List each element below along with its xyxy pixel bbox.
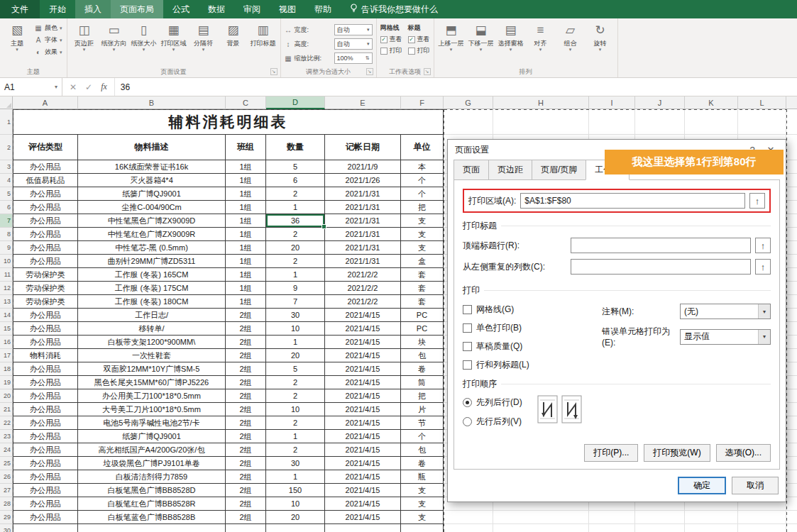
cell-B13[interactable]: 工作服 (冬装) 180CM: [78, 295, 226, 309]
column-header-I[interactable]: I: [589, 96, 635, 109]
cell-D8[interactable]: 2: [266, 228, 325, 241]
cell-C21[interactable]: 2组: [226, 403, 266, 416]
cell-A18[interactable]: 办公用品: [13, 362, 78, 376]
print-order-option-1[interactable]: 先行后列(V): [463, 416, 522, 428]
cell-C5[interactable]: 1组: [226, 187, 266, 201]
cell-C11[interactable]: 1组: [226, 268, 266, 282]
cell-D11[interactable]: 1: [266, 268, 325, 282]
cell-B8[interactable]: 中性笔红色广博ZX9009R: [78, 228, 226, 241]
cell-D25[interactable]: 30: [266, 457, 325, 470]
cell-B27[interactable]: 白板笔黑色广博BB8528D: [78, 484, 226, 497]
cancel-entry-icon[interactable]: ✕: [70, 82, 77, 92]
cell-E7[interactable]: 2021/1/31: [325, 214, 401, 228]
cell-C22[interactable]: 2组: [226, 416, 266, 430]
gridlines-view-checkbox[interactable]: ✓查看: [380, 35, 402, 44]
row-header-21[interactable]: 21: [0, 403, 13, 416]
cell-F17[interactable]: 包: [401, 349, 444, 362]
column-header-B[interactable]: B: [78, 96, 226, 109]
print-button[interactable]: 打印(P)...: [584, 444, 638, 462]
cell-B19[interactable]: 黑色长尾夹15MM*60广博PJ5226: [78, 376, 226, 389]
row-header-28[interactable]: 28: [0, 497, 13, 511]
cell-B4[interactable]: 灭火器箱4*4: [78, 174, 226, 187]
print-checkbox-row-2[interactable]: 草稿质量(Q): [463, 340, 602, 353]
cell-F19[interactable]: 筒: [401, 376, 444, 389]
cell-F7[interactable]: 支: [401, 214, 444, 228]
print-preview-button[interactable]: 打印预览(W): [644, 444, 710, 462]
cell-A30[interactable]: [13, 524, 78, 532]
print-order-option-0[interactable]: 先列后行(D): [463, 397, 522, 409]
cell-B18[interactable]: 双面胶12MM*10Y广博SM-5: [78, 362, 226, 376]
row-header-12[interactable]: 12: [0, 282, 13, 295]
cell-D7[interactable]: 36: [266, 214, 325, 228]
checkbox-unchecked-icon[interactable]: [463, 323, 472, 333]
cell-A17[interactable]: 物料消耗: [13, 349, 78, 362]
row-header-26[interactable]: 26: [0, 470, 13, 484]
cell-C10[interactable]: 1组: [226, 255, 266, 268]
cell-A22[interactable]: 办公用品: [13, 416, 78, 430]
cell-D28[interactable]: 10: [266, 497, 325, 511]
table-header-cell-E2[interactable]: 记帐日期: [325, 135, 401, 160]
cell-E3[interactable]: 2021/1/9: [325, 160, 401, 174]
cell-A16[interactable]: 办公用品: [13, 336, 78, 349]
cell-G1[interactable]: [444, 109, 493, 135]
cell-C23[interactable]: 2组: [226, 430, 266, 443]
cancel-button[interactable]: 取消: [732, 477, 779, 494]
top-title-rows-input[interactable]: [571, 238, 751, 253]
row-header-7[interactable]: 7: [0, 214, 13, 228]
cell-K1[interactable]: [685, 109, 738, 135]
cell-C30[interactable]: [226, 524, 266, 532]
cell-C29[interactable]: 2组: [226, 511, 266, 524]
cell-errors-dropdown[interactable]: 显示值 ▾: [680, 329, 771, 345]
cell-F10[interactable]: 盒: [401, 255, 444, 268]
cell-D10[interactable]: 2: [266, 255, 325, 268]
cell-E16[interactable]: 2021/4/15: [325, 336, 401, 349]
cell-A3[interactable]: 办公用品: [13, 160, 78, 174]
cell-D14[interactable]: 30: [266, 309, 325, 322]
cell-D19[interactable]: 2: [266, 376, 325, 389]
cell-A12[interactable]: 劳动保护类: [13, 282, 78, 295]
cell-F28[interactable]: 支: [401, 497, 444, 511]
cell-A5[interactable]: 办公用品: [13, 187, 78, 201]
cell-B9[interactable]: 中性笔芯-黑 (0.5mm): [78, 241, 226, 255]
radio-unselected-icon[interactable]: [463, 417, 472, 426]
cell-E5[interactable]: 2021/1/31: [325, 187, 401, 201]
cell-E4[interactable]: 2021/1/26: [325, 174, 401, 187]
cell-E29[interactable]: 2021/4/15: [325, 511, 401, 524]
cell-A13[interactable]: 劳动保护类: [13, 295, 78, 309]
column-header-L[interactable]: L: [738, 96, 786, 109]
cell-E15[interactable]: 2021/4/15: [325, 322, 401, 336]
left-repeat-cols-input[interactable]: [571, 259, 751, 275]
cell-D24[interactable]: 2: [266, 443, 325, 457]
row-header-20[interactable]: 20: [0, 389, 13, 403]
radio-selected-icon[interactable]: [463, 398, 472, 407]
cell-G30[interactable]: [444, 524, 493, 532]
left-repeat-cols-collapse-button[interactable]: ↑: [755, 259, 771, 275]
confirm-entry-icon[interactable]: ✓: [85, 82, 92, 92]
row-header-11[interactable]: 11: [0, 268, 13, 282]
cell-F3[interactable]: 本: [401, 160, 444, 174]
cell-F26[interactable]: 瓶: [401, 470, 444, 484]
column-header-K[interactable]: K: [685, 96, 738, 109]
cell-E17[interactable]: 2021/4/15: [325, 349, 401, 362]
cell-J30[interactable]: [635, 524, 685, 532]
cell-C14[interactable]: 2组: [226, 309, 266, 322]
cell-B21[interactable]: 大号美工刀片100*18*0.5mm: [78, 403, 226, 416]
print-checkbox-row-1[interactable]: 单色打印(B): [463, 322, 602, 334]
cell-F5[interactable]: 个: [401, 187, 444, 201]
cell-F16[interactable]: 块: [401, 336, 444, 349]
table-header-cell-D2[interactable]: 数量: [266, 135, 325, 160]
row-header-23[interactable]: 23: [0, 430, 13, 443]
print-checkbox-row-0[interactable]: 网格线(G): [463, 304, 602, 316]
cell-F24[interactable]: 包: [401, 443, 444, 457]
comments-dropdown[interactable]: (无) ▾: [680, 304, 771, 319]
column-header-J[interactable]: J: [635, 96, 685, 109]
options-button[interactable]: 选项(O)...: [716, 444, 771, 462]
cell-D27[interactable]: 150: [266, 484, 325, 497]
cell-L29[interactable]: [738, 511, 786, 524]
width-input[interactable]: 自动▾: [334, 24, 373, 35]
cell-B24[interactable]: 高光相纸国产A4/200G/20张/包: [78, 443, 226, 457]
theme-fonts-button[interactable]: A字体▾: [32, 34, 65, 46]
cell-H29[interactable]: [493, 511, 589, 524]
cell-D13[interactable]: 7: [266, 295, 325, 309]
send-backward-button[interactable]: ⬓下移一层▾: [466, 21, 496, 52]
